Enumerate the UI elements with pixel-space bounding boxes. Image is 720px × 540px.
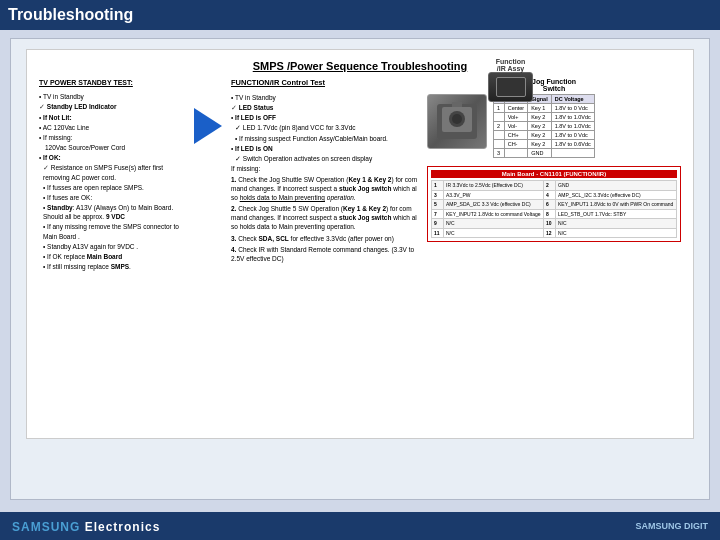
jog-td <box>494 131 505 140</box>
mid-led-on: • If LED is ON <box>231 144 421 153</box>
top-bar: Troubleshooting <box>0 0 720 30</box>
main-board-title: Main Board - CN1101 (FUNCTION/IR) <box>431 170 677 178</box>
mb-desc: N/C <box>556 228 677 238</box>
main-content: SMPS /Power Sequence Troubleshooting Fun… <box>10 38 710 500</box>
mid-tv-standby: • TV in Standby <box>231 93 421 102</box>
mb-pin: 6 <box>544 200 556 210</box>
mb-desc: A3.3V_PW <box>444 190 544 200</box>
main-board-table: 1 IR 3.3Vdc to 2.5Vdc (Effective DC) 2 G… <box>431 180 677 238</box>
item-standby-a13v: • Standby: A13V (Always On) to Main Boar… <box>39 203 184 221</box>
mb-pin: 7 <box>432 209 444 219</box>
jog-td: 1.8V to 0.6Vdc <box>551 140 594 149</box>
table-row: 3 A3.3V_PW 4 AMP_SCL_I2C 3.3Vdc (effecti… <box>432 190 677 200</box>
left-section-title: TV POWER STANDBY TEST: <box>39 78 184 88</box>
jog-td: Vol+ <box>504 113 528 122</box>
item-standby-again: • Standby A13V again for 9VDC . <box>39 242 184 251</box>
table-row: 1 IR 3.3Vdc to 2.5Vdc (Effective DC) 2 G… <box>432 181 677 191</box>
mb-pin: 4 <box>544 190 556 200</box>
table-row: 11 N/C 12 N/C <box>432 228 677 238</box>
jog-th-voltage: DC Voltage <box>551 95 594 104</box>
jog-td <box>494 140 505 149</box>
mb-desc: KEY_INPUT2 1.8Vdc to command Voltage <box>444 209 544 219</box>
samsung-digital-logo: SAMSUNG DIGIT <box>635 521 708 531</box>
jog-td: GND <box>528 149 552 158</box>
item-any-missing: • If any missing remove the SMPS connect… <box>39 222 184 240</box>
function-ir-label: Function /IR Assy <box>488 58 533 102</box>
mb-pin: 5 <box>432 200 444 210</box>
mb-pin: 9 <box>432 219 444 229</box>
blue-arrow-icon <box>194 108 222 144</box>
jog-td: Key 2 <box>528 113 552 122</box>
mb-pin: 8 <box>544 209 556 219</box>
jog-td <box>494 113 505 122</box>
main-board-container: Main Board - CN1101 (FUNCTION/IR) 1 IR 3… <box>427 166 681 242</box>
left-panel: TV POWER STANDBY TEST: • TV in Standby ✓… <box>39 78 184 422</box>
mb-pin: 11 <box>432 228 444 238</box>
middle-panel: FUNCTION/IR Control Test • TV in Standby… <box>231 78 421 422</box>
standby-items: • TV in Standby ✓ Standby LED Indicator … <box>39 92 184 271</box>
mb-pin: 1 <box>432 181 444 191</box>
mid-step3: 3. Check SDA, SCL for effective 3.3Vdc (… <box>231 234 421 243</box>
jog-switch-title: Jog FunctionSwitch <box>427 78 681 92</box>
arrow-panel <box>190 78 225 422</box>
jog-td: 1.8V to 1.0Vdc <box>551 122 594 131</box>
samsung-logo-left: SAMSUNG Electronics <box>12 517 160 535</box>
page-title: Troubleshooting <box>8 6 133 24</box>
jog-td: Key 2 <box>528 131 552 140</box>
jog-td <box>551 149 594 158</box>
item-replace-smps: • If still missing replace SMPS. <box>39 262 184 271</box>
function-ir-inner <box>496 77 526 97</box>
table-row: 5 AMP_SDA_I2C 3.3 Vdc (effective DC) 6 K… <box>432 200 677 210</box>
jog-td <box>504 149 528 158</box>
mb-desc: LED_STB_OUT 1.7Vdc: STBY <box>556 209 677 219</box>
right-section: Jog FunctionSwitch <box>427 78 681 422</box>
svg-point-3 <box>452 114 462 124</box>
electronics-text: Electronics <box>80 520 160 534</box>
table-row: CH+ Key 2 1.8V to 0 Vdc <box>494 131 595 140</box>
jog-svg <box>432 99 482 144</box>
mb-pin: 10 <box>544 219 556 229</box>
mid-if-missing-func: • If missing suspect Function Assy/Cable… <box>231 134 421 143</box>
jog-td: Key 1 <box>528 104 552 113</box>
item-if-ok: • If OK: <box>39 153 184 162</box>
jog-td: Key 2 <box>528 140 552 149</box>
jog-td: Key 2 <box>528 122 552 131</box>
table-row: 9 N/C 10 N/C <box>432 219 677 229</box>
table-row: 2 Vol- Key 2 1.8V to 1.0Vdc <box>494 122 595 131</box>
mb-desc: N/C <box>556 219 677 229</box>
jog-td: CH- <box>504 140 528 149</box>
jog-td: 1.8V to 1.0Vdc <box>551 113 594 122</box>
function-ir-text: /IR Assy <box>488 65 533 72</box>
mb-pin: 12 <box>544 228 556 238</box>
item-not-lit: • If Not Lit: <box>39 113 184 122</box>
mb-desc: GND <box>556 181 677 191</box>
mid-if-missing2: If missing: <box>231 164 421 173</box>
jog-td: 2 <box>494 122 505 131</box>
mid-led-1v7: ✓ LED 1.7Vdc (pin 8)and VCC for 3.3Vdc <box>231 123 421 132</box>
table-row: 3 GND <box>494 149 595 158</box>
item-standby: • TV in Standby <box>39 92 184 101</box>
middle-section-title: FUNCTION/IR Control Test <box>231 78 421 89</box>
middle-items: • TV in Standby ✓ LED Status • If LED is… <box>231 93 421 263</box>
jog-td: 1 <box>494 104 505 113</box>
item-resistance: ✓ Resistance on SMPS Fuse(s) after first… <box>39 163 184 182</box>
jog-td: 1.8V to 0 Vdc <box>551 131 594 140</box>
samsung-text: SAMSUNG Electronics <box>12 520 160 534</box>
jog-area: P CMD Signal DC Voltage 1 Ce <box>427 94 681 158</box>
mb-desc: N/C <box>444 219 544 229</box>
table-row: 1 Center Key 1 1.8V to 0 Vdc <box>494 104 595 113</box>
item-if-missing: • If missing: <box>39 133 184 142</box>
jog-image <box>427 94 487 149</box>
mid-step1: 1. Check the Jog Shuttle SW Operation (K… <box>231 175 421 202</box>
svg-rect-4 <box>452 102 462 107</box>
jog-table-container: P CMD Signal DC Voltage 1 Ce <box>493 94 595 158</box>
mb-desc: AMP_SDA_I2C 3.3 Vdc (effective DC) <box>444 200 544 210</box>
bottom-bar: SAMSUNG Electronics SAMSUNG DIGIT <box>0 512 720 540</box>
mb-desc: N/C <box>444 228 544 238</box>
table-row: 7 KEY_INPUT2 1.8Vdc to command Voltage 8… <box>432 209 677 219</box>
item-replace-main: • If OK replace Main Board <box>39 252 184 261</box>
mid-led-status: ✓ LED Status <box>231 103 421 113</box>
mid-switch-op: ✓ Switch Operation activates on screen d… <box>231 154 421 163</box>
item-fuses-open: • If fusses are open replace SMPS. <box>39 183 184 192</box>
mid-step4: 4. Check IR with Standard Remote command… <box>231 245 421 263</box>
